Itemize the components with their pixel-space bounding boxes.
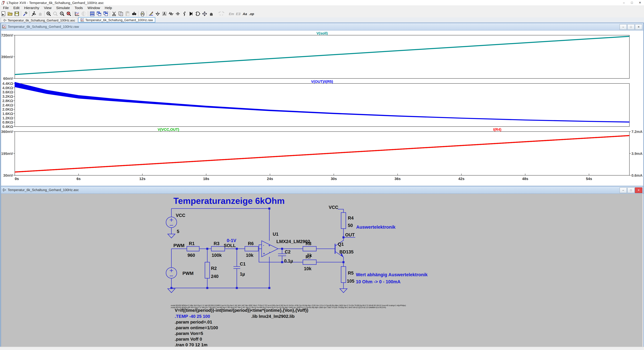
schematic-canvas[interactable]: Temperaturanzeige 6kOhmVCC5PWMPWMR1960R2…	[1, 194, 643, 347]
r2-name[interactable]: R2	[211, 266, 217, 271]
directive-tran[interactable]: .tran 0 70 12 1m	[175, 342, 208, 347]
directive-param-period[interactable]: .param period=.01	[175, 320, 212, 325]
r5-resistor[interactable]	[341, 267, 346, 283]
r2-value[interactable]: 240	[211, 274, 218, 279]
zoom-out-button[interactable]	[59, 10, 66, 17]
schematic-maximize-button[interactable]: □	[627, 187, 634, 193]
r4-value[interactable]: 50	[348, 223, 353, 228]
comment-0-1v[interactable]: 0-1V	[227, 238, 236, 243]
q1-name[interactable]: Q1	[338, 242, 344, 247]
trace-label-vvcc-out[interactable]: V(VCC,OUT)	[158, 127, 179, 132]
out-net-label[interactable]: OUT	[345, 232, 355, 237]
trace-label-ir4[interactable]: I(R4)	[493, 127, 502, 132]
directive-lib[interactable]: .lib lmx24_lm2902.lib	[251, 314, 295, 319]
r5-name[interactable]: R5	[348, 271, 354, 276]
directive-param-voff[interactable]: .param Voff 0	[175, 337, 202, 342]
r1-resistor[interactable]	[187, 246, 199, 251]
opamp-in-plus[interactable]: +	[263, 252, 265, 256]
r3-name[interactable]: R3	[214, 241, 220, 246]
directive-temp[interactable]: .TEMP -40 25 100	[175, 314, 210, 319]
ground-symbol-r5[interactable]	[340, 289, 347, 293]
place-resistor-button[interactable]	[168, 10, 174, 17]
spice-error-log-button[interactable]	[80, 10, 87, 17]
cascade-windows-button[interactable]	[102, 10, 109, 17]
place-text-button[interactable]: Aa	[242, 10, 248, 17]
place-label-button[interactable]	[161, 10, 168, 17]
q1-model[interactable]: BD135	[340, 249, 354, 255]
app-minimize-button[interactable]: –	[620, 0, 628, 5]
run-button[interactable]	[30, 10, 37, 17]
opamp-sup-minus[interactable]: -	[269, 250, 270, 254]
place-inductor-button[interactable]	[181, 10, 188, 17]
r4-resistor[interactable]	[341, 213, 346, 229]
app-close-button[interactable]: ✕	[636, 0, 644, 5]
print-button[interactable]	[139, 10, 146, 17]
r7-value[interactable]: 10k	[304, 266, 312, 271]
trace-label-vsoll[interactable]: V(soll)	[316, 31, 328, 35]
r5-value[interactable]: 105	[347, 279, 354, 284]
waveform-maximize-button[interactable]: □	[627, 24, 634, 30]
waveform-close-button[interactable]: ✕	[635, 24, 642, 30]
model-bsx59[interactable]: .model BSX59 NPN(Is=2.148p Xti=3 Eg=1.11…	[170, 305, 406, 307]
r8-resistor[interactable]	[303, 246, 316, 251]
vcc-source-label[interactable]: VCC	[176, 213, 185, 218]
zoom-area-button[interactable]	[52, 10, 59, 17]
r7-resistor[interactable]	[303, 260, 316, 265]
directive-behavioral[interactable]: V=if((time/{period})-int(time/{period})<…	[175, 308, 308, 313]
opamp-sup-plus[interactable]: +	[268, 244, 270, 247]
menu-item-file[interactable]: File	[1, 5, 11, 10]
menu-item-hierarchy[interactable]: Hierarchy	[22, 5, 42, 10]
menu-item-edit[interactable]: Edit	[11, 5, 22, 10]
ground-symbol-vcc[interactable]	[168, 234, 175, 238]
place-component-button[interactable]	[194, 10, 201, 17]
place-diode-button[interactable]	[188, 10, 194, 17]
opamp-in-minus[interactable]: -	[263, 243, 264, 247]
place-ground-button[interactable]	[154, 10, 161, 17]
halt-button[interactable]	[37, 10, 44, 17]
tile-vertical-button[interactable]	[96, 10, 102, 17]
vcc-r4-label[interactable]: VCC	[329, 205, 338, 210]
menu-item-window[interactable]: Window	[85, 5, 102, 10]
c2-value[interactable]: 0.1µ	[284, 259, 293, 264]
r3-resistor[interactable]	[211, 246, 225, 251]
mirror-button[interactable]: Em	[228, 10, 235, 17]
zoom-full-button[interactable]	[66, 10, 72, 17]
new-schematic-button[interactable]	[0, 10, 7, 17]
app-maximize-button[interactable]: □	[628, 0, 636, 5]
copy-button[interactable]	[118, 10, 124, 17]
control-panel-button[interactable]	[22, 10, 28, 17]
zoom-in-button[interactable]	[45, 10, 52, 17]
c1-capacitor[interactable]	[234, 267, 240, 269]
save-button[interactable]	[14, 10, 20, 17]
waveform-minimize-button[interactable]: –	[620, 24, 627, 30]
tab-raw[interactable]: Temperatur_6k_Schaltung_Gerhard_100Hz.ra…	[78, 17, 155, 22]
c2-name[interactable]: C2	[285, 249, 291, 255]
drag-button[interactable]	[208, 10, 215, 17]
trace-label-vout-ir5[interactable]: V(OUT)/I(R5)	[311, 79, 333, 84]
rotate-button[interactable]: EƎ	[235, 10, 242, 17]
pwm-net-label[interactable]: PWM	[174, 243, 184, 248]
waveform-window-title-bar[interactable]: Temperatur_6k_Schaltung_Gerhard_100Hz.ra…	[1, 23, 643, 30]
tab-asc[interactable]: Temperatur_6k_Schaltung_Gerhard_100Hz.as…	[1, 17, 78, 22]
pwm-source-label[interactable]: PWM	[182, 271, 194, 276]
spice-directive-button[interactable]: .op	[248, 10, 255, 17]
u1-name[interactable]: U1	[273, 232, 278, 237]
ground-symbol-rail[interactable]	[168, 289, 175, 293]
autorange-y-button[interactable]	[74, 10, 80, 17]
r6-value[interactable]: 10k	[246, 253, 254, 258]
r7-name[interactable]: R7	[306, 255, 312, 260]
cut-button[interactable]	[111, 10, 118, 17]
schematic-title[interactable]: Temperaturanzeige 6kOhm	[174, 196, 285, 206]
soll-net-label[interactable]: SOLL	[224, 243, 236, 248]
comment-auswert[interactable]: Auswertelektronik	[356, 225, 396, 230]
schematic-minimize-button[interactable]: –	[620, 187, 627, 193]
r4-name[interactable]: R4	[348, 216, 354, 221]
vcc-source-value[interactable]: 5	[177, 229, 179, 234]
r1-value[interactable]: 960	[188, 253, 195, 258]
c1-name[interactable]: C1	[240, 262, 246, 267]
menu-item-help[interactable]: Help	[102, 5, 114, 10]
menu-item-simulate[interactable]: Simulate	[54, 5, 72, 10]
menu-item-tools[interactable]: Tools	[72, 5, 85, 10]
redo-button[interactable]	[221, 10, 228, 17]
tile-horizontal-button[interactable]	[89, 10, 96, 17]
